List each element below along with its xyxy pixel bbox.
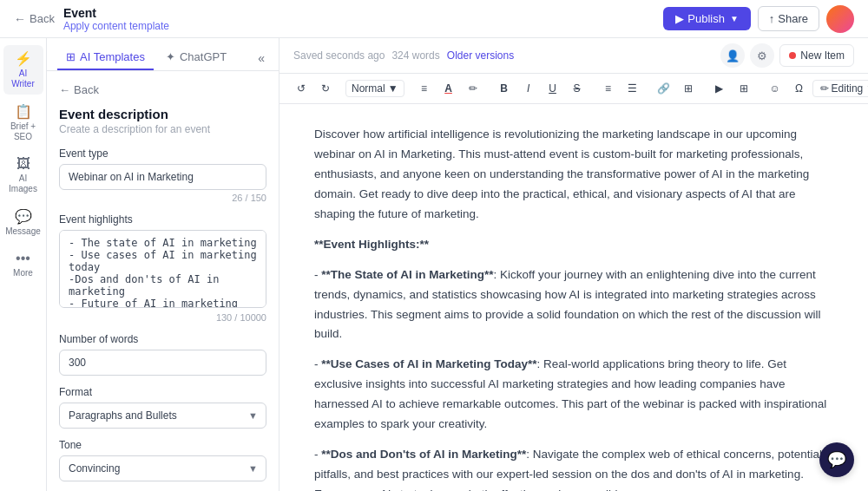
header-left: ← Back Event Apply content template (14, 6, 169, 32)
format-label: Format (59, 386, 266, 398)
ai-images-label: AI Images (7, 173, 40, 194)
num-words-input[interactable] (59, 350, 266, 376)
event-title: Event (63, 6, 169, 20)
more-icon: ••• (16, 251, 30, 266)
tone-label: Tone (59, 439, 266, 451)
event-highlights-input[interactable]: - The state of AI in marketing - Use cas… (59, 230, 266, 308)
editor-content[interactable]: Discover how artificial intelligence is … (279, 104, 868, 491)
format-field: Format Paragraphs and Bullets Paragraphs… (59, 386, 266, 429)
sidebar-item-more[interactable]: ••• More (3, 245, 43, 284)
play-button[interactable]: ▶ (708, 77, 731, 100)
event-highlights-char-count: 130 / 10000 (59, 312, 266, 323)
align-button[interactable]: ≡ (413, 77, 436, 100)
strikethrough-button[interactable]: S (566, 77, 589, 100)
bold-button[interactable]: B (493, 77, 516, 100)
event-type-input[interactable] (59, 164, 266, 190)
meta-info: Saved seconds ago 324 words Older versio… (293, 49, 514, 62)
sidebar-item-message[interactable]: 💬 Message (3, 203, 43, 242)
event-type-label: Event type (59, 147, 266, 160)
new-item-dot-icon (789, 52, 796, 59)
table-button[interactable]: ⊞ (733, 77, 755, 100)
secondary-toolbar: Saved seconds ago 324 words Older versio… (279, 38, 868, 74)
ai-writer-icon: ⚡ (15, 50, 32, 67)
sidebar-item-ai-writer[interactable]: ⚡ AI Writer (3, 45, 43, 95)
italic-button[interactable]: I (517, 77, 540, 100)
special-char-button[interactable]: Ω (788, 77, 811, 100)
publish-icon: ▶ (675, 12, 684, 25)
section-subtitle: Create a description for an event (59, 123, 266, 135)
share-label: Share (778, 12, 808, 25)
section-title: Event description (59, 107, 266, 121)
panel-back-label: Back (74, 83, 99, 96)
top-header: ← Back Event Apply content template ▶ Pu… (0, 0, 868, 38)
avatar[interactable] (826, 5, 854, 33)
share-icon: ↑ (769, 12, 775, 25)
editor-paragraph-2: **Event Highlights:** (314, 235, 833, 255)
panel-back-button[interactable]: ← Back (59, 83, 266, 96)
chat-bubble-button[interactable]: 💬 (819, 442, 854, 477)
tab-ai-templates[interactable]: ⊞ AI Templates (57, 45, 154, 70)
editor-paragraph-1: Discover how artificial intelligence is … (314, 125, 833, 225)
editor-paragraph-4: - **Use Cases of AI in Marketing Today**… (314, 355, 833, 435)
event-highlights-label: Event highlights (59, 213, 266, 226)
editing-mode-select[interactable]: ✏ Editing ▼ (812, 80, 868, 97)
highlight-button[interactable]: ✏ (462, 77, 484, 100)
share-button[interactable]: ↑ Share (758, 6, 819, 31)
ai-templates-tab-icon: ⊞ (66, 50, 76, 63)
editor-paragraph-5: - **Dos and Don'ts of AI in Marketing**:… (314, 445, 833, 491)
brief-seo-icon: 📋 (15, 103, 32, 120)
panel-collapse-button[interactable]: « (254, 48, 268, 69)
underline-button[interactable]: U (542, 77, 564, 100)
older-versions-link[interactable]: Older versions (447, 49, 514, 62)
panel-tabs: ⊞ AI Templates ✦ ChatGPT « (47, 38, 279, 71)
event-type-field: Event type 26 / 150 (59, 147, 266, 203)
back-label: Back (30, 12, 55, 25)
sidebar-item-ai-images[interactable]: 🖼 AI Images (3, 151, 43, 200)
settings-icon-btn[interactable]: ⚙ (750, 43, 774, 68)
format-toolbar: ↺ ↻ Normal ▼ ≡ A ✏ B I U S ≡ ☰ 🔗 ⊞ ▶ ⊞ (279, 74, 868, 104)
header-right: ▶ Publish ▼ ↑ Share (663, 5, 854, 33)
text-color-button[interactable]: A (437, 77, 460, 100)
ai-writer-label: AI Writer (7, 69, 40, 89)
back-arrow-icon: ← (14, 12, 26, 26)
publish-button[interactable]: ▶ Publish ▼ (663, 7, 751, 30)
format-select[interactable]: Paragraphs and Bullets Paragraphs only B… (59, 403, 266, 429)
event-highlights-field: Event highlights - The state of AI in ma… (59, 213, 266, 323)
word-count: 324 words (391, 49, 439, 62)
tone-select[interactable]: Convincing Professional Casual Enthusias… (59, 455, 266, 481)
ai-templates-tab-label: AI Templates (80, 50, 145, 63)
editor-wrapper: Discover how artificial intelligence is … (279, 104, 868, 491)
normal-style-select[interactable]: Normal ▼ (345, 80, 404, 97)
panel-back-arrow-icon: ← (59, 83, 70, 96)
link-button[interactable]: 🔗 (653, 77, 675, 100)
editor-area: Saved seconds ago 324 words Older versio… (279, 38, 868, 491)
format-select-wrap: Paragraphs and Bullets Paragraphs only B… (59, 403, 266, 429)
tone-field: Tone Convincing Professional Casual Enth… (59, 439, 266, 481)
event-highlights-wrap: - The state of AI in marketing - Use cas… (59, 230, 266, 311)
publish-label: Publish (687, 12, 725, 25)
num-words-field: Number of words (59, 333, 266, 376)
image-button[interactable]: ⊞ (677, 77, 700, 100)
message-label: Message (5, 226, 41, 237)
sidebar-item-brief-seo[interactable]: 📋 Brief + SEO (3, 98, 43, 147)
normal-style-label: Normal (352, 82, 385, 95)
back-button[interactable]: ← Back (14, 12, 55, 26)
apply-template-link[interactable]: Apply content template (63, 20, 169, 32)
header-title-group: Event Apply content template (63, 6, 169, 32)
num-words-label: Number of words (59, 333, 266, 345)
undo-button[interactable]: ↺ (290, 77, 312, 100)
chatgpt-tab-icon: ✦ (166, 50, 175, 63)
toolbar-right: 👤 ⚙ New Item (720, 43, 854, 68)
new-item-button[interactable]: New Item (779, 44, 854, 67)
emoji-button[interactable]: ☺ (764, 77, 786, 100)
panel: ⊞ AI Templates ✦ ChatGPT « ← Back Event … (47, 38, 279, 491)
chat-bubble-icon: 💬 (827, 450, 846, 469)
user-settings-icon-btn[interactable]: 👤 (720, 43, 745, 68)
event-type-char-count: 26 / 150 (59, 193, 266, 203)
editing-label: Editing (832, 82, 864, 95)
numbered-list-button[interactable]: ☰ (621, 77, 644, 100)
bullet-list-button[interactable]: ≡ (597, 77, 620, 100)
tab-chatgpt[interactable]: ✦ ChatGPT (157, 45, 235, 70)
ai-images-icon: 🖼 (16, 156, 30, 172)
redo-button[interactable]: ↻ (314, 77, 337, 100)
